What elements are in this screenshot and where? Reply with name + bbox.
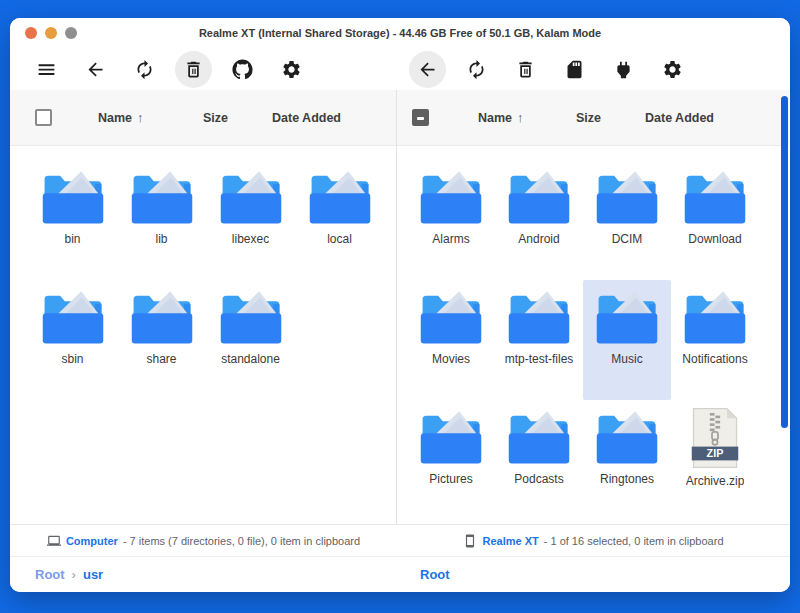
file-label: Notifications: [682, 352, 747, 366]
sort-arrow-icon: ↑: [517, 111, 523, 125]
left-status-text: - 7 items (7 directories, 0 file), 0 ite…: [123, 535, 360, 547]
folder-icon: [506, 285, 572, 347]
toolbar-row: [10, 48, 790, 90]
folder-tile-Download[interactable]: Download: [671, 160, 759, 280]
local-pane: Name↑ Size Date Added binliblibexeclocal…: [10, 90, 397, 524]
device-pane: Name↑ Size Date Added AlarmsAndroidDCIMD…: [397, 90, 789, 524]
column-header-size[interactable]: Size: [576, 111, 601, 125]
breadcrumb-item-root[interactable]: Root: [35, 567, 65, 582]
github-icon: [232, 59, 253, 80]
close-button[interactable]: [25, 27, 37, 39]
file-label: standalone: [221, 352, 280, 366]
back-button[interactable]: [77, 51, 114, 88]
refresh-button-device[interactable]: [458, 51, 495, 88]
delete-button-device[interactable]: [507, 51, 544, 88]
file-label: share: [146, 352, 176, 366]
delete-button[interactable]: [175, 51, 212, 88]
folder-tile-lib[interactable]: lib: [117, 160, 206, 280]
file-label: Archive.zip: [686, 474, 745, 488]
folder-icon: [418, 165, 484, 227]
maximize-button[interactable]: [65, 27, 77, 39]
folder-tile-Podcasts[interactable]: Podcasts: [495, 400, 583, 520]
folder-tile-Music[interactable]: Music: [583, 280, 671, 400]
refresh-icon: [466, 59, 487, 80]
column-header-date-added[interactable]: Date Added: [272, 111, 341, 125]
folder-tile-standalone[interactable]: standalone: [206, 280, 295, 400]
column-header-name[interactable]: Name↑: [98, 111, 143, 125]
file-label: local: [327, 232, 352, 246]
right-toolbar: [397, 51, 790, 88]
title-bar: Realme XT (Internal Shared Storage) - 44…: [10, 18, 790, 48]
folder-tile-libexec[interactable]: libexec: [206, 160, 295, 280]
github-button[interactable]: [224, 51, 261, 88]
left-pane-checkbox[interactable]: [35, 109, 52, 126]
column-header-name[interactable]: Name↑: [478, 111, 523, 125]
breadcrumb-item-usr[interactable]: usr: [83, 567, 103, 582]
folder-tile-Pictures[interactable]: Pictures: [407, 400, 495, 520]
folder-icon: [594, 285, 660, 347]
breadcrumb-bar: Root›usr Root: [10, 556, 790, 592]
column-header-date-added[interactable]: Date Added: [645, 111, 714, 125]
left-pane-header: Name↑ Size Date Added: [10, 90, 396, 146]
folder-tile-Ringtones[interactable]: Ringtones: [583, 400, 671, 520]
file-label: Download: [688, 232, 741, 246]
folder-icon: [506, 165, 572, 227]
settings-icon: [662, 59, 683, 80]
vertical-scrollbar[interactable]: [781, 96, 788, 428]
folder-icon: [307, 165, 373, 227]
computer-link[interactable]: Computer: [66, 535, 118, 547]
file-label: bin: [64, 232, 80, 246]
settings-button-device[interactable]: [654, 51, 691, 88]
traffic-lights: [25, 27, 77, 39]
file-label: Android: [518, 232, 559, 246]
breadcrumb-item-root[interactable]: Root: [420, 567, 450, 582]
menu-button[interactable]: [28, 51, 65, 88]
folder-tile-local[interactable]: local: [295, 160, 384, 280]
sdcard-icon: [564, 59, 585, 80]
device-link[interactable]: Realme XT: [482, 535, 538, 547]
left-file-grid: binliblibexeclocalsbinsharestandalone: [10, 146, 396, 400]
minimize-button[interactable]: [45, 27, 57, 39]
folder-icon: [40, 165, 106, 227]
folder-tile-sbin[interactable]: sbin: [28, 280, 117, 400]
folder-tile-Android[interactable]: Android: [495, 160, 583, 280]
right-status-text: - 1 of 16 selected, 0 item in clipboard: [544, 535, 724, 547]
folder-icon: [129, 285, 195, 347]
back-icon: [417, 59, 438, 80]
menu-icon: [35, 59, 58, 80]
folder-tile-bin[interactable]: bin: [28, 160, 117, 280]
trash-icon: [183, 59, 204, 80]
folder-tile-Notifications[interactable]: Notifications: [671, 280, 759, 400]
folder-tile-Alarms[interactable]: Alarms: [407, 160, 495, 280]
file-label: mtp-test-files: [505, 352, 574, 366]
file-panes: Name↑ Size Date Added binliblibexeclocal…: [10, 90, 790, 524]
file-label: DCIM: [612, 232, 643, 246]
app-window: Realme XT (Internal Shared Storage) - 44…: [10, 18, 790, 592]
smartphone-icon: [463, 534, 477, 548]
right-file-grid: AlarmsAndroidDCIMDownloadMoviesmtp-test-…: [397, 146, 789, 520]
plug-icon: [613, 59, 634, 80]
folder-icon: [594, 165, 660, 227]
refresh-button[interactable]: [126, 51, 163, 88]
chevron-right-icon: ›: [72, 567, 76, 582]
folder-tile-mtp-test-files[interactable]: mtp-test-files: [495, 280, 583, 400]
folder-tile-DCIM[interactable]: DCIM: [583, 160, 671, 280]
folder-icon: [40, 285, 106, 347]
back-button-device[interactable]: [409, 51, 446, 88]
folder-icon: [418, 285, 484, 347]
connect-button[interactable]: [605, 51, 642, 88]
folder-icon: [682, 165, 748, 227]
folder-tile-Movies[interactable]: Movies: [407, 280, 495, 400]
column-header-size[interactable]: Size: [203, 111, 228, 125]
file-tile-Archive.zip[interactable]: ZIPArchive.zip: [671, 400, 759, 520]
right-pane-checkbox[interactable]: [412, 109, 429, 126]
left-toolbar: [10, 51, 397, 88]
settings-button[interactable]: [273, 51, 310, 88]
folder-icon: [129, 165, 195, 227]
storage-button[interactable]: [556, 51, 593, 88]
zip-file-icon: ZIP: [689, 407, 741, 469]
refresh-icon: [134, 59, 155, 80]
folder-icon: [218, 285, 284, 347]
file-label: Ringtones: [600, 472, 654, 486]
folder-tile-share[interactable]: share: [117, 280, 206, 400]
